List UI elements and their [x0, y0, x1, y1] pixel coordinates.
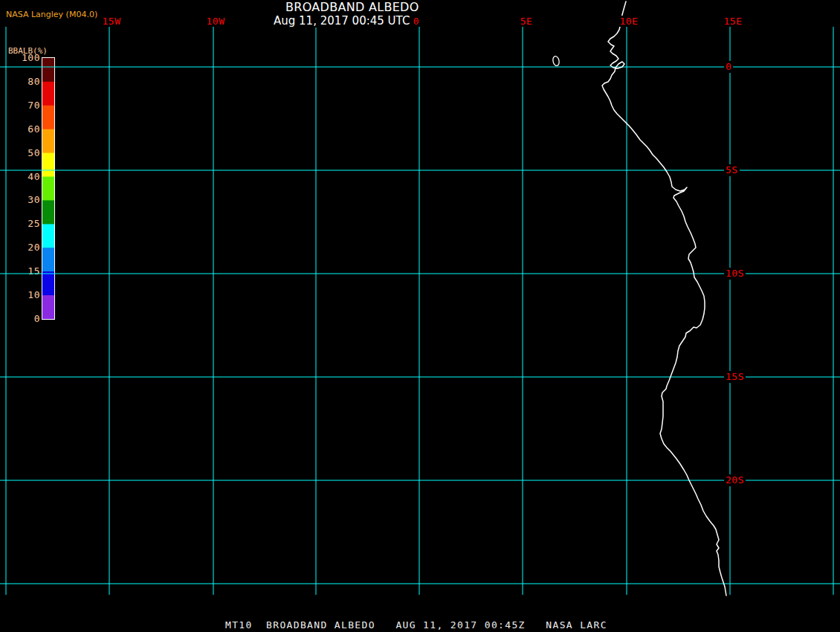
footer-caption: MT10 BROADBAND ALBEDO AUG 11, 2017 00:45… [225, 619, 607, 631]
colorbar-segment-15-10 [42, 271, 54, 295]
lon-label-15W: 15W [102, 16, 122, 27]
lon-label-10E: 10E [619, 16, 639, 27]
map-canvas [0, 0, 840, 632]
colorbar-segment-60-50 [42, 129, 54, 153]
lat-label-20S: 20S [724, 474, 746, 486]
colorbar-segment-30-25 [42, 200, 54, 224]
lon-label-10W: 10W [206, 16, 226, 27]
colorbar-segment-10-0 [42, 295, 54, 319]
source-version-label: NASA Langley (M04.0) [6, 10, 97, 19]
lon-label-15E: 15E [723, 16, 743, 27]
lat-label-0: 0 [724, 61, 733, 73]
albedo-product-viewport: NASA Langley (M04.0) BROADBAND ALBEDO Au… [0, 0, 840, 632]
product-title: BROADBAND ALBEDO [285, 1, 419, 14]
colorbar-segment-100-80 [42, 58, 54, 82]
timestamp-subtitle: Aug 11, 2017 00:45 UTC [272, 15, 411, 28]
colorbar-segment-70-60 [42, 106, 54, 129]
colorbar-segment-25-20 [42, 224, 54, 248]
lat-label-10S: 10S [724, 268, 746, 280]
colorbar-segment-20-15 [42, 248, 54, 271]
lon-label-5E: 5E [520, 16, 534, 27]
island-outline [552, 56, 560, 66]
colorbar-segment-80-70 [42, 82, 54, 106]
colorbar-segment-40-30 [42, 177, 54, 201]
lon-label-0: 0 [413, 16, 420, 27]
africa-coastline-path [602, 1, 726, 596]
colorbar-segment-50-40 [42, 153, 54, 177]
lat-label-15S: 15S [724, 371, 746, 383]
lat-label-5S: 5S [724, 164, 740, 176]
